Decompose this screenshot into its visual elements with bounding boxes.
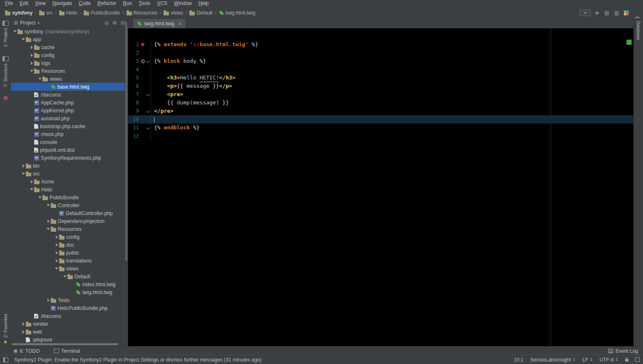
expand-arrow[interactable] xyxy=(54,235,59,239)
tool-button-database[interactable]: Database xyxy=(636,21,641,40)
tree-item-appkernel-php[interactable]: AppKernel.php xyxy=(11,106,125,114)
line-separator-selector[interactable]: LF↕ xyxy=(582,357,593,363)
menu-item-window[interactable]: Window xyxy=(171,0,195,7)
menu-item-view[interactable]: View xyxy=(32,0,49,7)
encoding-selector[interactable]: UTF-8↕ xyxy=(600,357,618,363)
tool-button-7-structure[interactable]: 7: Structure xyxy=(2,56,9,87)
tree-item-bin[interactable]: bin xyxy=(11,162,125,170)
tree-item-public[interactable]: public xyxy=(11,249,125,257)
locate-file-icon[interactable]: ◎ xyxy=(104,20,109,26)
expand-arrow[interactable] xyxy=(29,180,34,183)
expand-arrow[interactable] xyxy=(21,173,26,175)
expand-arrow[interactable] xyxy=(21,322,26,326)
tree-item-bootstrap-php-cache[interactable]: bootstrap.php.cache xyxy=(11,122,125,130)
tree-item-vendor[interactable]: vendor xyxy=(11,320,125,328)
debug-icon[interactable]: ▤ xyxy=(604,10,609,15)
insight-status[interactable]: SensioLabsInsight↕ xyxy=(530,357,576,363)
expand-arrow[interactable] xyxy=(29,54,34,57)
fold-marker-icon[interactable] xyxy=(146,90,151,99)
run-config-dropdown[interactable]: ▾ xyxy=(579,9,591,16)
tree-item-index-html-twig[interactable]: index.html.twig xyxy=(11,280,125,288)
tree-item-publicbundle[interactable]: PublicBundle xyxy=(11,193,125,201)
tree-item-translations[interactable]: translations xyxy=(11,257,125,265)
code-line-7[interactable]: 7 <pre> xyxy=(128,90,634,99)
expand-arrow[interactable] xyxy=(21,38,26,40)
code-line-2[interactable]: 2 xyxy=(128,49,634,57)
caret-position[interactable]: 10:1 xyxy=(514,357,523,363)
project-horizontal-scrollbar[interactable] xyxy=(12,343,118,345)
tree-item-htaccess[interactable]: .htaccess xyxy=(11,91,125,99)
tree-item-web[interactable]: web xyxy=(11,328,125,336)
breadcrumb-item-twig-html-twig[interactable]: twig.html.twig xyxy=(219,10,256,16)
tree-item-twig-html-twig[interactable]: twig.html.twig xyxy=(11,288,125,296)
expand-arrow[interactable] xyxy=(21,330,26,334)
plugin-icon[interactable] xyxy=(624,10,629,15)
tree-item-config[interactable]: config xyxy=(11,233,125,241)
tool-button-event-log[interactable]: Event Log xyxy=(608,348,638,354)
tree-item-base-html-twig[interactable]: base.html.twig xyxy=(11,83,125,91)
project-vertical-scrollbar[interactable] xyxy=(125,22,127,261)
code-line-12[interactable]: 12 xyxy=(128,132,634,140)
tree-item-cache[interactable]: cache xyxy=(11,43,125,51)
tree-item-app[interactable]: app xyxy=(11,35,125,43)
bookmark-icon[interactable] xyxy=(4,96,7,100)
fold-marker-icon[interactable] xyxy=(146,57,151,65)
menu-item-vcs[interactable]: VCS xyxy=(154,0,171,7)
settings-gear-icon[interactable]: ⚙ xyxy=(112,20,117,26)
tree-item-doc[interactable]: doc xyxy=(11,241,125,249)
tree-item-config[interactable]: config xyxy=(11,51,125,59)
menu-item-code[interactable]: Code xyxy=(75,0,94,7)
expand-arrow[interactable] xyxy=(54,259,59,262)
expand-arrow[interactable] xyxy=(54,251,59,255)
code-line-11[interactable]: 11{% endblock %} xyxy=(128,124,634,132)
expand-arrow[interactable] xyxy=(46,299,51,302)
tree-item-resources[interactable]: Resources xyxy=(11,67,125,75)
expand-arrow[interactable] xyxy=(46,228,51,230)
expand-arrow[interactable] xyxy=(21,164,26,168)
tree-item-heticpublicbundle-php[interactable]: HeticPublicBundle.php xyxy=(11,304,125,312)
menu-item-run[interactable]: Run xyxy=(119,0,135,7)
code-line-10[interactable]: 10 xyxy=(128,115,634,124)
expand-arrow[interactable] xyxy=(46,220,51,223)
tree-item-dependencyinjection[interactable]: DependencyInjection xyxy=(11,217,125,225)
menu-item-edit[interactable]: Edit xyxy=(16,0,32,7)
tree-item-hetic[interactable]: Hetic xyxy=(11,186,125,193)
tool-button-1-project[interactable]: 1: Project xyxy=(2,21,9,47)
lock-icon[interactable] xyxy=(625,359,628,362)
tree-item-controller[interactable]: Controller xyxy=(11,201,125,209)
hide-panel-icon[interactable]: ⊟ xyxy=(121,20,125,26)
tree-item-default[interactable]: Default xyxy=(11,272,125,280)
tree-item-htaccess[interactable]: .htaccess xyxy=(11,312,125,320)
code-line-5[interactable]: 5 <h3>Hello HETIC!</h3> xyxy=(128,74,634,82)
breadcrumb-item-resources[interactable]: Resources xyxy=(127,10,157,16)
expand-arrow[interactable] xyxy=(46,204,51,206)
tree-item-resources[interactable]: Resources xyxy=(11,225,125,233)
inspection-indicator[interactable] xyxy=(626,40,632,45)
expand-arrow[interactable] xyxy=(29,70,34,72)
toggle-tool-buttons-icon[interactable] xyxy=(3,357,8,362)
breadcrumb-item-src[interactable]: src xyxy=(39,10,53,16)
code-line-6[interactable]: 6 <p>{{ message }}</p> xyxy=(128,82,634,90)
expand-arrow[interactable] xyxy=(37,196,42,198)
menu-item-help[interactable]: Help xyxy=(195,0,212,7)
breadcrumb-item-views[interactable]: views xyxy=(164,10,183,16)
breadcrumb-item-symfony[interactable]: symfony xyxy=(5,10,32,16)
tree-item-check-php[interactable]: check.php xyxy=(11,130,125,138)
tree-item-appcache-php[interactable]: AppCache.php xyxy=(11,99,125,106)
menu-item-tools[interactable]: Tools xyxy=(135,0,154,7)
status-message[interactable]: Symfony2 Plugin: Enable the Symfony2 Plu… xyxy=(14,357,261,363)
code-line-3[interactable]: 3{% block body %} xyxy=(128,57,634,65)
tree-item-defaultcontroller-php[interactable]: DefaultController.php xyxy=(11,209,125,217)
expand-arrow[interactable] xyxy=(29,62,34,65)
panel-title[interactable]: Project xyxy=(20,20,35,26)
expand-arrow[interactable] xyxy=(29,188,34,191)
menu-item-file[interactable]: File xyxy=(2,0,16,7)
menu-item-navigate[interactable]: Navigate xyxy=(49,0,75,7)
expand-arrow[interactable] xyxy=(12,30,17,32)
tree-item-logs[interactable]: logs xyxy=(11,59,125,67)
chevron-down-icon[interactable]: ▾ xyxy=(37,21,40,25)
editor-body[interactable]: 1{% extends '::base.html.twig' %}23{% bl… xyxy=(128,28,634,347)
code-line-4[interactable]: 4 xyxy=(128,65,634,74)
run-icon[interactable]: ▶ xyxy=(596,10,599,15)
close-icon[interactable]: × xyxy=(178,21,182,27)
